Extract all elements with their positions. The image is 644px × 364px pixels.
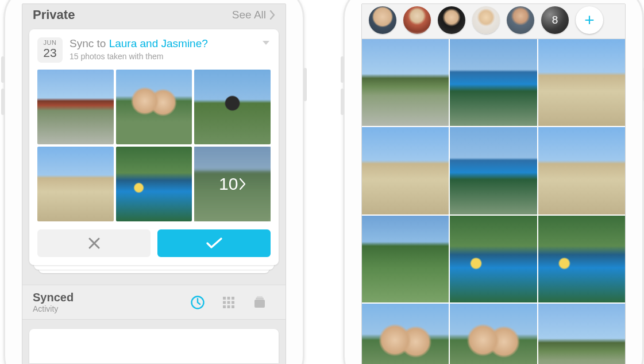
photo-thumb[interactable] [450, 39, 537, 126]
preview-thumb-more[interactable]: 10 [194, 147, 271, 221]
svg-rect-2 [227, 297, 230, 300]
photo-thumb[interactable] [362, 39, 449, 126]
person-avatar[interactable] [438, 6, 465, 34]
confirm-row [37, 229, 271, 257]
svg-rect-5 [227, 301, 230, 304]
preview-thumb[interactable] [116, 70, 192, 144]
photo-thumb[interactable] [450, 127, 537, 214]
see-all-label: See All [232, 9, 266, 21]
clock-icon [190, 295, 205, 310]
svg-rect-7 [223, 305, 226, 308]
sync-prompt-subtitle: 15 photos taken with them [70, 52, 254, 61]
grid-icon [222, 296, 235, 309]
chevron-right-icon [269, 10, 275, 20]
photo-thumb[interactable] [538, 216, 625, 302]
volume-down-button [341, 89, 344, 115]
photo-thumb[interactable] [538, 39, 625, 126]
svg-rect-6 [232, 301, 234, 304]
person-avatar[interactable] [472, 6, 500, 34]
accept-button[interactable] [157, 229, 271, 257]
svg-rect-12 [257, 296, 263, 298]
next-card-peek[interactable] [29, 329, 279, 363]
screen-right: 8 + [361, 3, 626, 364]
preview-thumb[interactable] [116, 147, 192, 221]
check-icon [206, 237, 223, 250]
synced-title: Synced [33, 291, 182, 304]
volume-down-button [1, 89, 5, 115]
svg-rect-9 [232, 305, 234, 308]
person-avatar[interactable] [507, 6, 534, 34]
people-overflow-button[interactable]: 8 [541, 6, 569, 34]
title-prefix: Sync to [70, 37, 109, 49]
plus-icon: + [584, 10, 595, 30]
svg-rect-3 [232, 297, 234, 300]
preview-thumb[interactable] [37, 147, 114, 221]
sync-card-stack: JUN 23 Sync to Laura and Jasmine? 15 pho… [29, 29, 279, 265]
svg-rect-8 [227, 305, 230, 308]
svg-rect-1 [223, 297, 226, 300]
date-month: JUN [44, 40, 57, 46]
photo-thumb[interactable] [450, 304, 537, 364]
person-avatar[interactable] [369, 6, 396, 34]
title-names: Laura and Jasmine? [109, 37, 208, 49]
tab-grid[interactable] [213, 296, 244, 309]
card-header: JUN 23 Sync to Laura and Jasmine? 15 pho… [37, 37, 271, 63]
synced-subtitle: Activity [33, 304, 182, 313]
see-all-button[interactable]: See All [232, 9, 275, 21]
power-button [303, 68, 307, 101]
svg-rect-10 [254, 300, 265, 308]
photo-thumb[interactable] [362, 304, 449, 364]
phone-frame-left: Private See All JUN 23 [3, 0, 304, 364]
overflow-count: 8 [552, 14, 558, 26]
add-person-button[interactable]: + [576, 6, 603, 34]
volume-up-button [341, 56, 344, 83]
photo-thumb[interactable] [362, 127, 449, 214]
sync-prompt-card: JUN 23 Sync to Laura and Jasmine? 15 pho… [29, 29, 279, 265]
svg-rect-4 [223, 301, 226, 304]
tab-activity[interactable] [182, 295, 213, 310]
reject-button[interactable] [37, 229, 151, 257]
private-title: Private [33, 7, 75, 22]
person-avatar[interactable] [403, 6, 431, 34]
people-bar: 8 + [362, 4, 625, 39]
photo-thumb[interactable] [362, 216, 449, 302]
photo-thumb[interactable] [450, 216, 537, 302]
synced-section-header: Synced Activity [22, 285, 286, 320]
shared-photo-grid[interactable] [362, 39, 625, 364]
dropdown-caret-icon[interactable] [261, 37, 271, 47]
photo-thumb[interactable] [538, 304, 625, 364]
preview-thumb[interactable] [37, 70, 114, 144]
sync-prompt-title: Sync to Laura and Jasmine? [70, 37, 254, 51]
screen-left: Private See All JUN 23 [22, 3, 286, 364]
photo-thumb[interactable] [538, 127, 625, 214]
card-title-area[interactable]: Sync to Laura and Jasmine? 15 photos tak… [70, 37, 254, 61]
preview-thumb[interactable] [194, 70, 271, 144]
stack-icon [253, 296, 267, 309]
photo-preview-grid[interactable]: 10 [37, 70, 271, 221]
close-icon [88, 237, 101, 250]
chevron-right-icon [239, 178, 246, 190]
private-section-header: Private See All [22, 4, 286, 29]
phone-frame-right: 8 + [343, 0, 644, 364]
date-badge: JUN 23 [37, 37, 63, 63]
date-day: 23 [43, 46, 56, 60]
svg-rect-11 [256, 297, 264, 299]
more-count: 10 [219, 174, 238, 194]
volume-up-button [1, 56, 5, 83]
tab-albums[interactable] [244, 296, 275, 309]
